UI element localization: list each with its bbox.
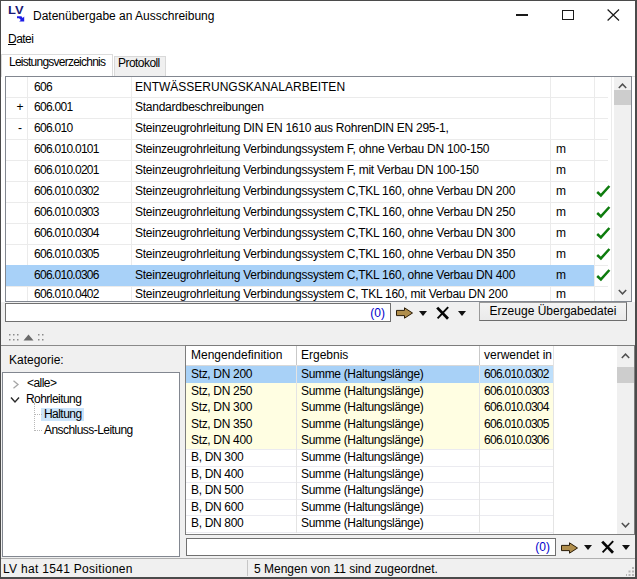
svg-text:LV: LV [8, 4, 24, 16]
